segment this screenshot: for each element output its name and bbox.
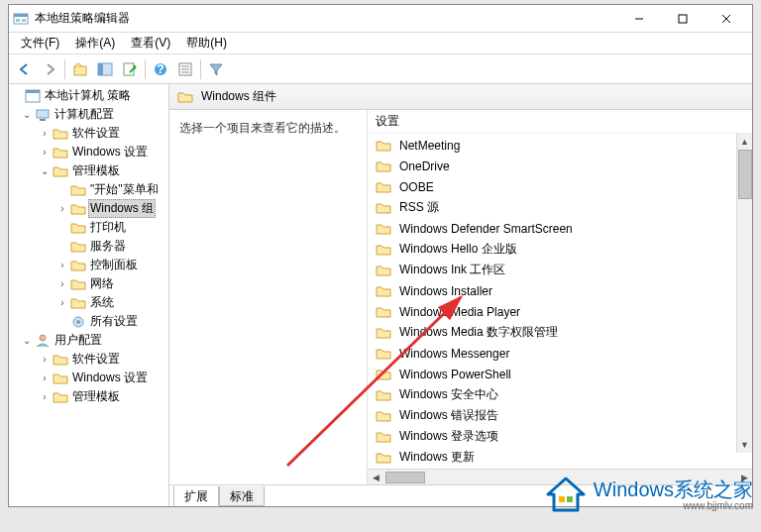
column-header-setting[interactable]: 设置 — [368, 110, 752, 134]
tree-u-software-settings[interactable]: › 软件设置 — [9, 350, 168, 369]
scroll-left-icon[interactable]: ◀ — [368, 471, 383, 484]
expand-right-icon[interactable]: › — [39, 391, 51, 403]
properties-button[interactable] — [173, 57, 197, 81]
vertical-scrollbar[interactable]: ▲ ▼ — [736, 134, 752, 453]
expand-right-icon[interactable]: › — [56, 297, 68, 309]
policy-icon — [25, 88, 41, 104]
svg-rect-8 — [74, 66, 86, 75]
computer-icon — [35, 107, 51, 123]
up-button[interactable] — [68, 57, 92, 81]
tree-u-windows-settings[interactable]: › Windows 设置 — [9, 369, 168, 387]
expander-icon[interactable] — [11, 90, 23, 102]
list-item[interactable]: NetMeeting — [368, 135, 752, 156]
list-item[interactable]: Windows 登录选项 — [368, 426, 752, 447]
folder-icon — [70, 220, 86, 236]
folder-icon — [376, 138, 391, 154]
tree-u-admin-templates[interactable]: › 管理模板 — [9, 387, 168, 406]
menu-help[interactable]: 帮助(H) — [178, 33, 235, 53]
tree-root[interactable]: 本地计算机 策略 — [9, 86, 168, 105]
back-button[interactable] — [13, 57, 37, 81]
list-item[interactable]: Windows Ink 工作区 — [368, 260, 752, 280]
scroll-thumb[interactable] — [385, 472, 425, 483]
forward-button[interactable] — [38, 57, 61, 81]
list-item-label: Windows Media Player — [399, 305, 520, 319]
folder-icon — [376, 221, 391, 237]
list-item[interactable]: Windows 安全中心 — [368, 384, 752, 405]
tree-windows-settings[interactable]: › Windows 设置 — [9, 143, 168, 161]
watermark-url: www.bjjmlv.com — [594, 500, 753, 511]
app-window: 本地组策略编辑器 文件(F) 操作(A) 查看(V) 帮助(H) ? — [8, 4, 753, 507]
list-item[interactable]: OOBE — [368, 176, 752, 197]
list-item[interactable]: Windows 错误报告 — [368, 405, 752, 426]
minimize-button[interactable] — [617, 5, 661, 33]
watermark-text: Windows系统之家 — [594, 479, 753, 500]
folder-icon — [53, 389, 68, 405]
list-item[interactable]: Windows 更新 — [368, 447, 752, 468]
list-item[interactable]: Windows PowerShell — [368, 364, 752, 384]
tree-control-panel[interactable]: › 控制面板 — [9, 256, 168, 274]
content-header: Windows 组件 — [169, 84, 752, 110]
export-button[interactable] — [118, 57, 142, 81]
folder-icon — [376, 263, 391, 278]
help-button[interactable]: ? — [149, 57, 172, 81]
expand-right-icon[interactable]: › — [39, 147, 51, 159]
svg-point-23 — [76, 320, 80, 324]
list-item[interactable]: Windows Installer — [368, 280, 752, 301]
right-pane: Windows 组件 选择一个项目来查看它的描述。 设置 NetMeetingO… — [169, 84, 752, 506]
expand-down-icon[interactable]: ⌄ — [21, 109, 33, 121]
tree-start-menu[interactable]: "开始"菜单和 — [9, 180, 168, 199]
list-item[interactable]: Windows Media Player — [368, 301, 752, 322]
expand-down-icon[interactable]: ⌄ — [21, 335, 33, 347]
list-item[interactable]: Windows Media 数字权限管理 — [368, 322, 752, 343]
list-item[interactable]: Windows Defender SmartScreen — [368, 218, 752, 239]
folder-icon — [376, 387, 391, 403]
menu-file[interactable]: 文件(F) — [13, 33, 67, 53]
folder-icon — [177, 89, 193, 105]
tree-all-settings[interactable]: 所有设置 — [9, 312, 168, 331]
tree-system[interactable]: › 系统 — [9, 293, 168, 312]
tree-servers[interactable]: 服务器 — [9, 237, 168, 256]
folder-icon — [376, 346, 391, 362]
tree-computer-config[interactable]: ⌄ 计算机配置 — [9, 105, 168, 124]
tab-standard[interactable]: 标准 — [219, 486, 265, 506]
svg-rect-27 — [567, 496, 573, 502]
list-item[interactable]: RSS 源 — [368, 197, 752, 218]
tree-network[interactable]: › 网络 — [9, 274, 168, 293]
svg-rect-2 — [16, 19, 20, 22]
scroll-down-icon[interactable]: ▼ — [737, 437, 752, 453]
maximize-button[interactable] — [661, 5, 705, 33]
tree-windows-components[interactable]: › Windows 组 — [9, 199, 168, 218]
scroll-thumb[interactable] — [738, 150, 752, 199]
expand-down-icon[interactable]: ⌄ — [39, 165, 51, 177]
settings-list: 设置 NetMeetingOneDriveOOBERSS 源Windows De… — [368, 110, 752, 484]
menu-view[interactable]: 查看(V) — [123, 33, 178, 53]
list-item[interactable]: OneDrive — [368, 156, 752, 176]
expand-right-icon[interactable]: › — [56, 278, 68, 290]
folder-icon — [70, 239, 86, 255]
tree-admin-templates[interactable]: ⌄ 管理模板 — [9, 161, 168, 180]
tree-software-settings[interactable]: › 软件设置 — [9, 124, 168, 143]
list-item-label: Windows Hello 企业版 — [399, 241, 517, 258]
list-item[interactable]: Windows Hello 企业版 — [368, 239, 752, 260]
tree-user-config[interactable]: ⌄ 用户配置 — [9, 331, 168, 350]
expand-right-icon[interactable]: › — [39, 128, 51, 140]
menu-action[interactable]: 操作(A) — [67, 33, 123, 53]
list-item-label: Windows 登录选项 — [399, 428, 498, 445]
close-button[interactable] — [705, 5, 748, 33]
svg-rect-5 — [679, 15, 687, 23]
expand-right-icon[interactable]: › — [56, 203, 68, 215]
list-item-label: OneDrive — [399, 160, 450, 173]
expand-right-icon[interactable]: › — [39, 354, 51, 366]
show-hide-tree-button[interactable] — [93, 57, 117, 81]
list-item-label: Windows 错误报告 — [399, 407, 498, 424]
tree-printers[interactable]: 打印机 — [9, 218, 168, 237]
list-item[interactable]: Windows Messenger — [368, 343, 752, 364]
folder-icon — [376, 304, 391, 320]
tree-pane[interactable]: 本地计算机 策略 ⌄ 计算机配置 › 软件设置 › Windows 设置 — [9, 84, 169, 506]
window-title: 本地组策略编辑器 — [35, 10, 617, 27]
expand-right-icon[interactable]: › — [56, 260, 68, 271]
expand-right-icon[interactable]: › — [39, 372, 51, 384]
filter-button[interactable] — [204, 57, 228, 81]
tab-extended[interactable]: 扩展 — [173, 486, 219, 506]
scroll-up-icon[interactable]: ▲ — [737, 134, 752, 150]
